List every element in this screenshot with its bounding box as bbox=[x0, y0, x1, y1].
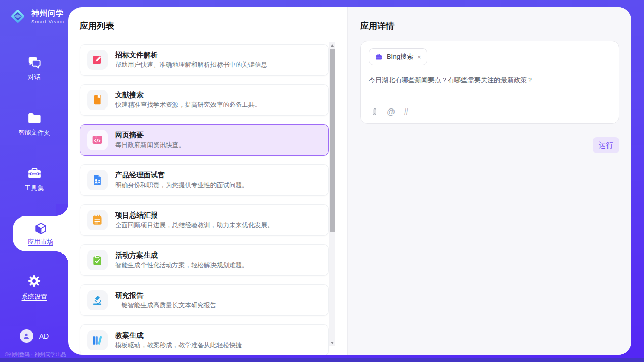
app-card-desc: 全面回顾项目进展，总结经验教训，助力未来优化发展。 bbox=[115, 222, 274, 229]
app-card-desc: 快速精准查找学术资源，提高研究效率的必备工具。 bbox=[115, 102, 261, 108]
sidebar-item-chat[interactable]: 对话 bbox=[0, 56, 68, 82]
edit-square-icon bbox=[87, 50, 108, 70]
app-card-pm-interviewer[interactable]: 产品经理面试官 明确身份和职责，为您提供专业性的面试问题。 bbox=[80, 164, 329, 196]
app-card-title: 网页摘要 bbox=[115, 131, 185, 138]
microscope-icon bbox=[87, 290, 108, 310]
app-card-desc: 智能生成个性化活动方案，轻松解决规划难题。 bbox=[115, 262, 248, 269]
interview-doc-icon bbox=[87, 170, 108, 190]
folder-icon bbox=[27, 112, 42, 125]
app-card-desc: 每日政府新闻资讯快查。 bbox=[115, 142, 185, 149]
user-name: AD bbox=[39, 332, 49, 340]
attach-toolbar: @ # bbox=[370, 107, 408, 116]
toolbox-icon bbox=[27, 166, 42, 180]
list-scrollbar[interactable] bbox=[329, 42, 335, 346]
note-icon bbox=[87, 210, 108, 230]
app-card-title: 研究报告 bbox=[115, 292, 217, 299]
prompt-input[interactable]: 今日湖北有哪些新闻要点？有哪些需要关注的最新政策？ bbox=[369, 76, 611, 85]
cube-icon bbox=[34, 222, 48, 235]
app-card-lesson-plan[interactable]: 教案生成 模板驱动，教案秒成，教学准备从此轻松快捷 bbox=[80, 324, 329, 355]
app-card-desc: 帮助用户快速、准确地理解和解析招标书中的关键信息 bbox=[115, 62, 267, 68]
app-card-title: 文献搜索 bbox=[115, 91, 261, 98]
user-row: AD bbox=[0, 329, 68, 343]
brand-tagline: Smart Vision bbox=[31, 19, 64, 24]
mention-at-icon[interactable]: @ bbox=[387, 108, 395, 116]
app-card-bid-parse[interactable]: 招标文件解析 帮助用户快速、准确地理解和解析招标书中的关键信息 bbox=[80, 44, 329, 76]
app-card-desc: 一键智能生成高质量长文本研究报告 bbox=[115, 302, 217, 309]
clipboard-check-icon bbox=[87, 250, 108, 270]
sidebar-footer: ©神州数码 · 神州问学出品 bbox=[0, 351, 71, 358]
app-card-desc: 模板驱动，教案秒成，教学准备从此轻松快捷 bbox=[115, 342, 242, 349]
tool-tag-label: Bing搜索 bbox=[387, 52, 413, 61]
app-list-panel: 应用列表 招标文件解析 帮助用户快速、准确地理解和解析招标书中的关键信息 bbox=[68, 7, 347, 355]
bottom-strip bbox=[0, 358, 644, 362]
diamond-logo-icon bbox=[8, 7, 27, 26]
scroll-up-arrow[interactable] bbox=[329, 42, 335, 48]
sidebar-item-smart-folder[interactable]: 智能文件夹 bbox=[0, 112, 68, 137]
tool-tag-bing-search: Bing搜索 × bbox=[369, 48, 427, 65]
prompt-card: Bing搜索 × 今日湖北有哪些新闻要点？有哪些需要关注的最新政策？ @ # bbox=[360, 41, 619, 124]
sidebar-item-app-market[interactable]: 应用市场 bbox=[13, 216, 68, 251]
webpage-code-icon bbox=[87, 130, 108, 150]
app-card-research-report[interactable]: 研究报告 一键智能生成高质量长文本研究报告 bbox=[80, 284, 329, 316]
app-card-title: 产品经理面试官 bbox=[115, 171, 248, 178]
app-card-title: 招标文件解析 bbox=[115, 51, 267, 58]
sidebar-item-label: 工具集 bbox=[25, 184, 44, 193]
sidebar-item-label: 应用市场 bbox=[28, 238, 53, 246]
app-card-title: 教案生成 bbox=[115, 332, 242, 339]
person-icon bbox=[22, 332, 30, 340]
paperclip-icon[interactable] bbox=[370, 107, 378, 116]
sidebar: 神州问学 Smart Vision 对话 智能文件夹 工具集 bbox=[0, 0, 68, 362]
hash-icon[interactable]: # bbox=[404, 108, 408, 116]
briefcase-icon bbox=[375, 53, 383, 61]
gear-icon bbox=[27, 274, 42, 288]
user-avatar[interactable] bbox=[20, 329, 33, 343]
brand-name: 神州问学 bbox=[31, 9, 64, 18]
app-card-title: 活动方案生成 bbox=[115, 251, 248, 259]
brand-logo: 神州问学 Smart Vision bbox=[8, 7, 64, 26]
app-card-desc: 明确身份和职责，为您提供专业性的面试问题。 bbox=[115, 182, 248, 189]
scroll-thumb[interactable] bbox=[330, 49, 335, 232]
sidebar-item-label: 智能文件夹 bbox=[18, 129, 50, 137]
app-detail-title: 应用详情 bbox=[360, 20, 619, 32]
scroll-down-arrow[interactable] bbox=[329, 340, 335, 346]
app-card-literature-search[interactable]: 文献搜索 快速精准查找学术资源，提高研究效率的必备工具。 bbox=[80, 84, 329, 116]
app-card-web-summary[interactable]: 网页摘要 每日政府新闻资讯快查。 bbox=[80, 124, 329, 156]
sidebar-item-settings[interactable]: 系统设置 bbox=[0, 274, 68, 301]
app-card-event-plan[interactable]: 活动方案生成 智能生成个性化活动方案，轻松解决规划难题。 bbox=[80, 244, 329, 276]
content-shell: 应用列表 招标文件解析 帮助用户快速、准确地理解和解析招标书中的关键信息 bbox=[68, 7, 631, 355]
app-list-title: 应用列表 bbox=[80, 20, 347, 32]
chat-icon bbox=[27, 56, 42, 69]
app-card-list: 招标文件解析 帮助用户快速、准确地理解和解析招标书中的关键信息 文献搜索 快速精… bbox=[80, 44, 329, 355]
books-icon bbox=[87, 330, 108, 350]
tag-close-icon[interactable]: × bbox=[417, 54, 421, 60]
sidebar-item-label: 系统设置 bbox=[22, 293, 47, 301]
book-icon bbox=[87, 90, 108, 110]
run-button[interactable]: 运行 bbox=[593, 137, 619, 153]
app-card-title: 项目总结汇报 bbox=[115, 211, 274, 219]
sidebar-item-label: 对话 bbox=[28, 73, 41, 82]
sidebar-item-toolset[interactable]: 工具集 bbox=[0, 166, 68, 193]
app-card-project-summary[interactable]: 项目总结汇报 全面回顾项目进展，总结经验教训，助力未来优化发展。 bbox=[80, 204, 329, 236]
app-detail-panel: 应用详情 Bing搜索 × 今日湖北有哪些新闻要点？有哪些需要关注的最新政策？ … bbox=[347, 7, 631, 355]
